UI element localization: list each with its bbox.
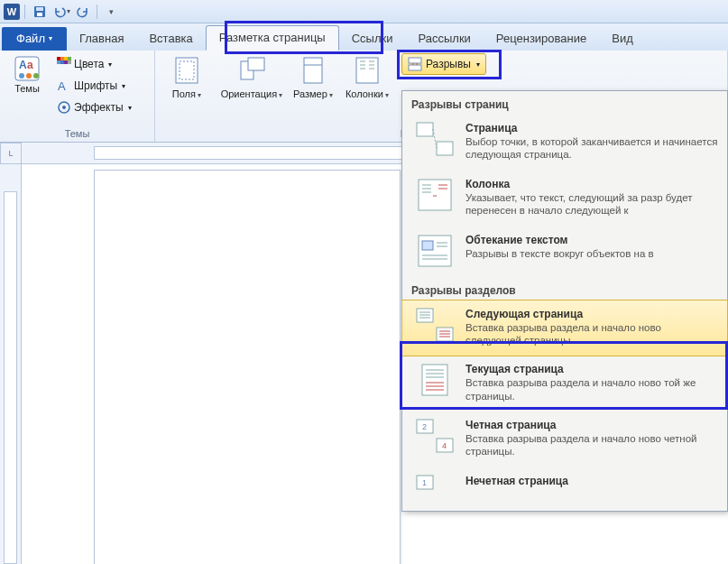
tab-home[interactable]: Главная [67, 27, 136, 51]
dropdown-item-title: Четная страница [465, 419, 718, 431]
dropdown-item-title: Следующая страница [465, 308, 718, 320]
effects-label: Эффекты [74, 101, 124, 114]
theme-effects-button[interactable]: Эффекты▾ [54, 97, 134, 117]
theme-fonts-button[interactable]: A Шрифты▾ [54, 76, 134, 96]
dropdown-item-text-wrapping[interactable]: Обтекание текстомРазрывы в тексте вокруг… [402, 227, 727, 277]
themes-button[interactable]: Aa Темы [5, 54, 49, 94]
qat-customize-button[interactable]: ▾ [101, 3, 121, 21]
columns-label: Колонки [346, 88, 389, 100]
save-button[interactable] [30, 3, 50, 21]
orientation-label: Ориентация [221, 88, 283, 100]
theme-colors-button[interactable]: Цвета▾ [54, 54, 134, 74]
tab-view[interactable]: Вид [599, 27, 646, 51]
text-wrapping-break-icon [415, 234, 455, 268]
tab-review[interactable]: Рецензирование [484, 27, 599, 51]
themes-label: Темы [14, 83, 40, 94]
breaks-button[interactable]: Разрывы [401, 53, 486, 75]
svg-rect-1 [36, 7, 43, 11]
dropdown-item-next-page[interactable]: Следующая страницаВставка разрыва раздел… [401, 300, 728, 357]
qat-separator [24, 5, 25, 19]
orientation-button[interactable]: Ориентация [218, 54, 285, 100]
column-break-icon [415, 178, 455, 212]
dropdown-item-column[interactable]: КолонкаУказывает, что текст, следующий з… [402, 171, 727, 227]
svg-rect-26 [356, 58, 378, 83]
size-button[interactable]: Размер [290, 54, 336, 100]
svg-rect-10 [60, 57, 64, 60]
svg-rect-36 [437, 142, 453, 155]
svg-text:a: a [27, 59, 33, 71]
colors-label: Цвета [74, 58, 104, 70]
save-icon [32, 5, 47, 19]
fonts-icon: A [57, 79, 71, 93]
svg-rect-24 [304, 58, 322, 83]
svg-rect-15 [64, 60, 68, 64]
continuous-section-icon [415, 363, 455, 397]
dropdown-item-title: Текущая страница [465, 363, 718, 375]
breaks-label: Разрывы [426, 58, 471, 70]
colors-icon [57, 57, 71, 71]
svg-text:4: 4 [442, 441, 447, 450]
svg-rect-11 [64, 57, 68, 60]
tab-references[interactable]: Ссылки [339, 27, 406, 51]
tab-mailings[interactable]: Рассылки [406, 27, 484, 51]
breaks-icon [408, 57, 422, 71]
dropdown-item-title: Страница [465, 122, 718, 134]
margins-label: Поля [172, 88, 201, 100]
dropdown-section-page-breaks: Разрывы страниц [402, 91, 727, 115]
ribbon-group-themes: Aa Темы Цвета▾ A Шрифты▾ Эффекты▾ Темы [0, 51, 155, 142]
ribbon-tabs: Файл Главная Вставка Разметка страницы С… [0, 23, 728, 51]
svg-rect-16 [68, 60, 71, 64]
ruler-corner[interactable]: L [0, 143, 22, 164]
dropdown-item-desc: Указывает, что текст, следующий за разр … [465, 191, 718, 217]
margins-button[interactable]: Поля [161, 54, 213, 100]
dropdown-item-odd-page[interactable]: 1 Нечетная страница [402, 467, 727, 511]
vertical-ruler[interactable] [0, 164, 22, 564]
document-page[interactable] [94, 170, 401, 564]
dropdown-section-section-breaks: Разрывы разделов [402, 277, 727, 300]
breaks-dropdown: Разрывы страниц СтраницаВыбор точки, в к… [401, 90, 728, 512]
effects-icon [57, 100, 71, 115]
svg-text:A: A [58, 79, 66, 93]
dropdown-item-page[interactable]: СтраницаВыбор точки, в которой заканчива… [402, 115, 727, 171]
dropdown-item-title: Нечетная страница [465, 475, 718, 487]
redo-icon [76, 5, 90, 19]
next-page-section-icon [415, 308, 455, 342]
dropdown-item-title: Обтекание текстом [465, 234, 718, 246]
quick-access-toolbar: ▾ ▾ [30, 3, 121, 21]
svg-rect-23 [248, 58, 264, 70]
svg-point-8 [33, 73, 39, 79]
dropdown-item-desc: Разрывы в тексте вокруг объектов на в [465, 247, 718, 260]
svg-text:2: 2 [422, 422, 427, 431]
columns-button[interactable]: Колонки [341, 54, 393, 100]
dropdown-item-desc: Выбор точки, в которой заканчивается и н… [465, 135, 718, 162]
tab-page-layout[interactable]: Разметка страницы [206, 25, 339, 51]
svg-text:1: 1 [422, 478, 427, 487]
svg-rect-35 [417, 123, 433, 136]
dropdown-item-desc: Вставка разрыва раздела и начало ново че… [465, 432, 718, 458]
themes-group-label: Темы [5, 126, 149, 140]
svg-rect-44 [422, 241, 433, 250]
svg-rect-9 [57, 57, 60, 60]
tab-insert[interactable]: Вставка [136, 27, 205, 51]
svg-point-7 [26, 73, 32, 79]
dropdown-item-desc: Вставка разрыва раздела и начало ново то… [465, 376, 718, 402]
fonts-label: Шрифты [74, 79, 117, 92]
tab-file[interactable]: Файл [2, 27, 67, 51]
qat-separator [97, 5, 97, 19]
word-logo-icon: W [4, 4, 20, 20]
svg-rect-13 [57, 60, 60, 64]
svg-point-19 [62, 106, 66, 109]
columns-icon [353, 56, 382, 85]
svg-rect-43 [419, 236, 451, 266]
svg-rect-2 [37, 13, 42, 16]
dropdown-item-even-page[interactable]: 24 Четная страницаВставка разрыва раздел… [402, 411, 727, 467]
dropdown-item-title: Колонка [465, 178, 718, 190]
svg-point-6 [19, 73, 24, 79]
title-bar: W ▾ ▾ [0, 0, 728, 23]
dropdown-item-continuous[interactable]: Текущая страницаВставка разрыва раздела … [402, 356, 727, 411]
svg-rect-33 [409, 58, 421, 63]
redo-button[interactable] [73, 3, 93, 21]
undo-button[interactable]: ▾ [51, 3, 71, 21]
svg-rect-37 [419, 180, 451, 210]
dropdown-item-desc: Вставка разрыва раздела и начало ново сл… [465, 321, 718, 347]
